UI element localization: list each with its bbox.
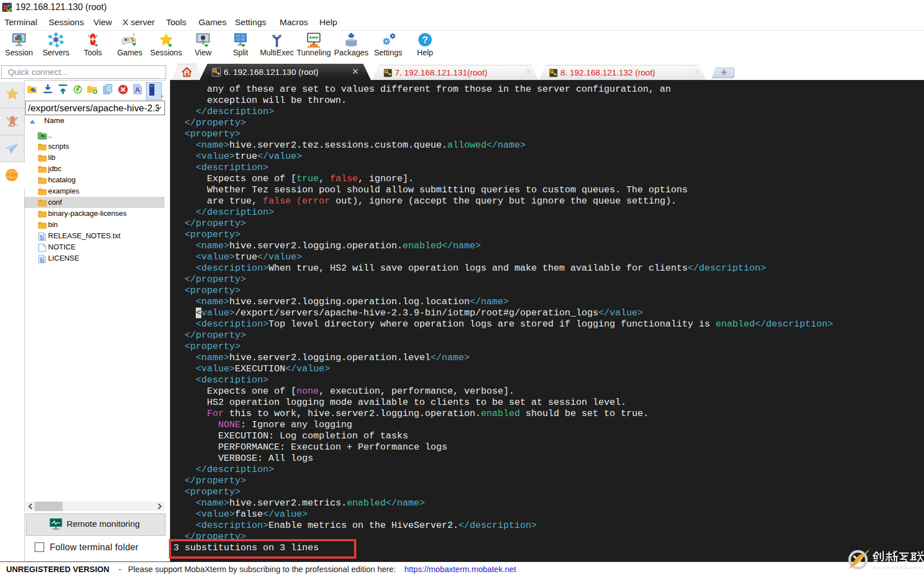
svg-text:A: A xyxy=(135,86,140,94)
svg-text:?: ? xyxy=(422,35,428,45)
